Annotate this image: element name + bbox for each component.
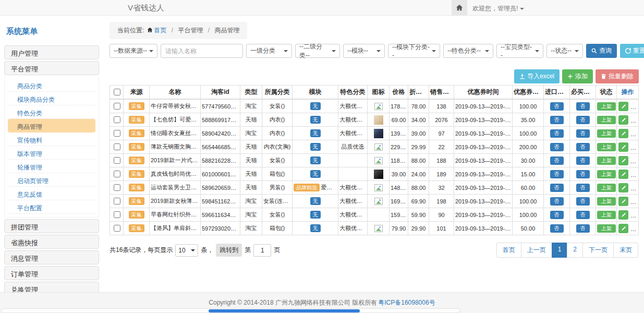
must-buy-toggle[interactable]: 否 [576, 143, 590, 151]
pager-button[interactable]: 首页 [496, 243, 521, 258]
search-button[interactable]: 查询 [586, 44, 617, 58]
reset-button[interactable]: 重置 [620, 44, 644, 58]
import-select-toggle[interactable]: 否 [550, 116, 564, 124]
status-button[interactable]: 上架 [597, 197, 616, 206]
status-button[interactable]: 上架 [597, 143, 616, 151]
edit-button[interactable] [618, 102, 628, 111]
name-search-input[interactable] [161, 44, 243, 58]
sidebar-item-user-mgmt[interactable]: 用户管理 [4, 45, 99, 59]
pager-button[interactable]: 上一页 [521, 243, 552, 258]
edit-button[interactable] [618, 129, 628, 138]
status-button[interactable]: 上架 [597, 129, 616, 138]
row-checkbox[interactable] [114, 130, 120, 137]
must-buy-toggle[interactable]: 否 [576, 224, 590, 233]
user-menu[interactable]: 欢迎您，管理员! [472, 4, 524, 13]
sidebar-subitem[interactable]: 意见反馈 [8, 187, 95, 200]
status-button[interactable]: 上架 [597, 224, 616, 233]
row-checkbox[interactable] [114, 184, 120, 191]
sidebar-item-platform-mgmt[interactable]: 平台管理 [4, 61, 99, 75]
jump-page-input[interactable] [253, 244, 271, 257]
filter-select[interactable]: --模块下分类-- [388, 44, 440, 58]
row-checkbox[interactable] [114, 103, 120, 110]
edit-button[interactable] [618, 142, 628, 152]
must-buy-toggle[interactable]: 否 [576, 184, 590, 192]
delete-button[interactable] [631, 129, 638, 138]
must-buy-toggle[interactable]: 否 [576, 156, 590, 165]
filter-select[interactable]: --数据来源-- [110, 44, 157, 58]
delete-button[interactable] [631, 197, 638, 206]
delete-button[interactable] [631, 170, 638, 179]
sidebar-subitem[interactable]: 特色分类 [8, 105, 95, 119]
select-all-checkbox[interactable] [114, 89, 120, 95]
import-select-toggle[interactable]: 否 [550, 129, 564, 138]
import-select-toggle[interactable]: 否 [550, 184, 564, 192]
must-buy-toggle[interactable]: 否 [576, 116, 590, 124]
sidebar-subitem[interactable]: 启动页管理 [8, 173, 95, 187]
status-button[interactable]: 上架 [597, 184, 616, 192]
batch-delete-button[interactable]: 批量删除 [596, 69, 639, 83]
must-buy-toggle[interactable]: 否 [576, 170, 590, 178]
edit-button[interactable] [618, 224, 628, 233]
sidebar-item[interactable]: 省惠快报 [4, 235, 99, 249]
pager-button[interactable]: 2 [567, 243, 583, 258]
jump-button[interactable]: 跳转到 [216, 244, 242, 257]
filter-select[interactable]: --模块-- [343, 44, 385, 58]
filter-select[interactable]: --二级分类-- [295, 44, 340, 58]
import-select-toggle[interactable]: 否 [550, 156, 564, 165]
sidebar-subitem[interactable]: 模块商品分类 [8, 92, 95, 105]
import-select-toggle[interactable]: 否 [550, 224, 564, 233]
delete-button[interactable] [631, 115, 638, 125]
edit-button[interactable] [618, 197, 628, 206]
sidebar-subitem[interactable]: 宣传物料 [8, 133, 95, 146]
status-button[interactable]: 上架 [597, 116, 616, 124]
import-select-toggle[interactable]: 否 [550, 102, 564, 111]
horizontal-scrollbar-thumb[interactable] [209, 309, 360, 312]
row-checkbox[interactable] [114, 225, 120, 232]
status-button[interactable]: 上架 [597, 211, 616, 219]
row-checkbox[interactable] [114, 116, 120, 123]
filter-select[interactable]: --特色分类-- [443, 44, 493, 58]
pager-button[interactable]: 1 [552, 243, 568, 258]
sidebar-subitem[interactable]: 平台配置 [8, 200, 95, 214]
row-checkbox[interactable] [114, 157, 120, 164]
import-excel-button[interactable]: 导入excel [514, 69, 560, 83]
sidebar-item[interactable]: 拼团管理 [4, 219, 99, 233]
sidebar-item[interactable]: 消息管理 [4, 250, 99, 264]
edit-button[interactable] [618, 210, 628, 220]
row-checkbox[interactable] [114, 198, 120, 204]
delete-button[interactable] [631, 156, 638, 165]
breadcrumb-home-link[interactable]: 首页 [154, 27, 166, 34]
row-checkbox[interactable] [114, 143, 120, 150]
status-button[interactable]: 上架 [597, 170, 616, 178]
must-buy-toggle[interactable]: 否 [576, 197, 590, 206]
status-button[interactable]: 上架 [597, 156, 616, 165]
sidebar-subitem[interactable]: 商品管理 [8, 119, 95, 133]
delete-button[interactable] [631, 210, 638, 220]
row-checkbox[interactable] [114, 211, 120, 218]
import-select-toggle[interactable]: 否 [550, 211, 564, 219]
must-buy-toggle[interactable]: 否 [576, 129, 590, 138]
sidebar-subitem[interactable]: 轮播管理 [8, 160, 95, 173]
pager-button[interactable]: 下一页 [582, 243, 614, 258]
sidebar-subitem[interactable]: 商品分类 [8, 78, 95, 92]
per-page-select[interactable]: 10 [175, 244, 198, 257]
filter-select[interactable]: 一级分类 [246, 44, 292, 58]
add-button[interactable]: 添加 [562, 69, 593, 83]
home-button[interactable] [452, 0, 467, 15]
edit-button[interactable] [618, 183, 628, 192]
filter-select[interactable]: --状态-- [546, 44, 583, 58]
must-buy-toggle[interactable]: 否 [576, 102, 590, 111]
import-select-toggle[interactable]: 否 [550, 170, 564, 178]
sidebar-subitem[interactable]: 版本管理 [8, 146, 95, 160]
sidebar-item[interactable]: 订单管理 [4, 266, 99, 280]
edit-button[interactable] [618, 156, 628, 165]
delete-button[interactable] [631, 142, 638, 152]
edit-button[interactable] [618, 170, 628, 179]
delete-button[interactable] [631, 224, 638, 233]
delete-button[interactable] [631, 102, 638, 111]
delete-button[interactable] [631, 183, 638, 192]
icp-link[interactable]: 粤ICP备16098006号 [378, 298, 435, 307]
import-select-toggle[interactable]: 否 [550, 197, 564, 206]
row-checkbox[interactable] [114, 171, 120, 177]
filter-select[interactable]: --宝贝类型-- [496, 44, 543, 58]
